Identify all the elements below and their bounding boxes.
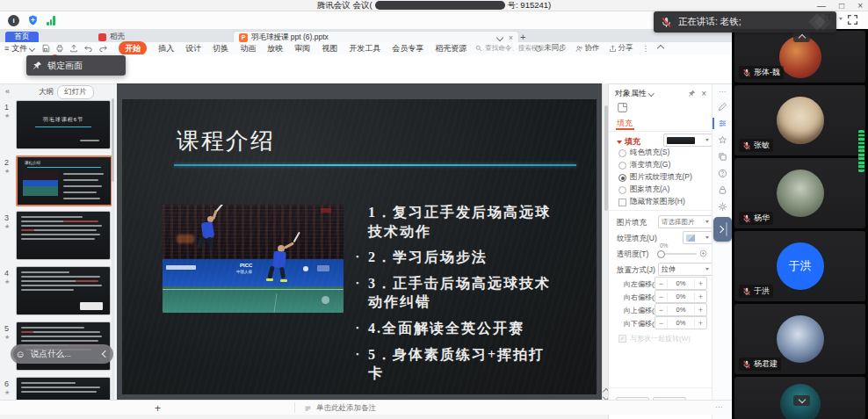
chat-quick-bar[interactable]: ☺ 说点什么...	[11, 344, 113, 364]
ribbon-tab-home[interactable]: 开始	[119, 41, 147, 55]
ribbon-tab-insert[interactable]: 插入	[158, 43, 174, 54]
emoji-smiley-icon[interactable]: ☺	[13, 347, 27, 361]
shape-icon[interactable]	[617, 102, 628, 113]
panel-collapse-tab[interactable]	[713, 217, 732, 242]
animation-star-icon: ★	[4, 389, 10, 396]
ribbon-tab-animation[interactable]: 动画	[240, 43, 256, 54]
strip-more-icon[interactable]: ⋯	[719, 88, 726, 96]
video-tile[interactable]: 于洪 于洪	[734, 231, 865, 301]
slider-handle[interactable]	[657, 250, 665, 258]
scroll-videos-down-button[interactable]	[793, 395, 810, 406]
properties-sliders-icon[interactable]	[718, 119, 727, 128]
help-icon[interactable]	[718, 169, 727, 178]
panel-title[interactable]: 对象属性	[615, 88, 654, 99]
pen-tool-icon[interactable]	[718, 102, 727, 112]
ribbon-tab-devtools[interactable]: 开发工具	[349, 43, 380, 54]
radio-picture-fill-selected[interactable]	[618, 174, 626, 182]
placement-dropdown[interactable]: 拉伸	[658, 263, 712, 276]
redo-icon[interactable]	[98, 44, 108, 53]
tab-menu-chevron-icon[interactable]	[495, 33, 503, 40]
radio-pattern-fill[interactable]	[618, 186, 626, 194]
slide-thumbnail-3[interactable]	[16, 211, 111, 260]
ribbon-tab-transition[interactable]: 切换	[213, 43, 228, 54]
ribbon-tab-docer-res[interactable]: 稻壳资源	[435, 43, 467, 54]
save-icon[interactable]	[41, 44, 50, 53]
photo-board-brand: PICC	[240, 263, 252, 269]
fill-preview-dropdown[interactable]	[663, 134, 712, 147]
slide-thumbnail-2-selected[interactable]: 课程介绍	[16, 155, 112, 206]
sync-icon	[534, 45, 542, 53]
video-tile[interactable]: 杨华	[734, 158, 865, 228]
collapse-sidebar-icon[interactable]: «	[5, 87, 10, 96]
photo-crowd	[163, 205, 344, 259]
offset-left-stepper[interactable]: −0%+	[655, 277, 707, 290]
slide-thumbnail-6[interactable]	[16, 377, 111, 401]
picture-fill-dropdown[interactable]: 请选择图片	[658, 215, 712, 228]
ribbon-tab-review[interactable]: 审阅	[294, 43, 310, 54]
video-tile[interactable]: 张敏	[734, 85, 865, 155]
offset-up-stepper[interactable]: −0%+	[655, 303, 707, 316]
star-resources-icon[interactable]	[718, 135, 727, 145]
radio-solid-fill[interactable]	[618, 149, 626, 157]
export-icon[interactable]	[69, 44, 78, 53]
meeting-info-icon[interactable]: i	[8, 15, 19, 26]
tab-slides[interactable]: 幻灯片	[57, 85, 94, 99]
radio-gradient-fill[interactable]	[618, 162, 626, 170]
minimize-button[interactable]: —	[817, 1, 826, 11]
participant-label: 杨华	[739, 212, 773, 225]
security-shield-icon[interactable]	[27, 14, 39, 26]
collapse-ribbon-icon[interactable]	[657, 45, 664, 52]
close-panel-icon[interactable]: ×	[701, 89, 706, 98]
layers-icon[interactable]	[718, 152, 727, 162]
lock-screen-tooltip[interactable]: 锁定画面	[26, 55, 126, 76]
texture-dropdown[interactable]	[683, 231, 712, 244]
bottom-more-icon[interactable]: ⋯	[715, 403, 722, 411]
plus-circle-icon[interactable]	[699, 249, 707, 257]
gear-icon[interactable]	[718, 202, 727, 212]
docer-logo-icon	[98, 33, 106, 41]
maximize-button[interactable]: □	[839, 1, 844, 11]
animation-star-icon: ★	[4, 168, 10, 175]
new-tab-button[interactable]: +	[520, 32, 525, 42]
ribbon-tab-design[interactable]: 设计	[185, 43, 201, 54]
sync-status[interactable]: 未同步	[534, 43, 567, 54]
collapse-videos-button[interactable]	[793, 32, 810, 42]
pin-icon[interactable]	[688, 90, 696, 98]
collapse-chat-bar-icon[interactable]	[102, 350, 109, 358]
participant-name: 形体-魏	[754, 67, 780, 78]
offset-down-stepper[interactable]: −0%+	[655, 316, 707, 329]
ribbon-tab-member[interactable]: 会员专享	[392, 43, 423, 54]
tab-home[interactable]: 首页	[5, 32, 39, 42]
notes-placeholder-area[interactable]: 单击此处添加备注	[304, 403, 376, 414]
more-menu-icon[interactable]: ⋮	[642, 44, 650, 53]
tab-outline[interactable]: 大纲	[39, 87, 54, 98]
slide-thumbnail-4[interactable]	[16, 266, 111, 315]
animation-star-icon: ★	[4, 334, 10, 341]
ribbon-tab-slideshow[interactable]: 放映	[267, 43, 283, 54]
ribbon-tab-view[interactable]: 视图	[322, 43, 337, 54]
collaborate-label: 协作	[585, 43, 600, 54]
checkbox-hide-background[interactable]	[618, 199, 626, 206]
tab-close-icon[interactable]: ×	[509, 33, 513, 42]
undo-icon[interactable]	[83, 44, 93, 53]
muted-mic-icon	[742, 69, 751, 77]
transparency-slider[interactable]	[660, 253, 697, 255]
offset-right-stepper[interactable]: −0%+	[655, 290, 707, 303]
share-button[interactable]: 分享	[609, 43, 633, 54]
slide-title: 课程介绍	[177, 126, 275, 156]
lock-icon[interactable]	[718, 185, 727, 195]
video-tile[interactable]: 杨君建	[734, 304, 865, 374]
collaborate-button[interactable]: 协作	[575, 43, 600, 54]
picture-fill-label: 图片填充	[617, 218, 647, 228]
close-button[interactable]: ×	[857, 1, 863, 11]
slide-thumbnail-1[interactable]: 羽毛球课程6节	[16, 100, 111, 149]
fullscreen-button[interactable]	[847, 13, 858, 29]
add-slide-plus-button[interactable]: +	[155, 402, 161, 415]
tab-home-label: 首页	[15, 32, 30, 42]
print-icon[interactable]	[55, 44, 64, 53]
redacted-meeting-name	[375, 1, 505, 10]
fill-section-header[interactable]: 填充	[617, 136, 640, 148]
slide[interactable]: 课程介绍 PICC 中国人保	[122, 99, 597, 394]
file-menu[interactable]: ≡ 文件	[4, 43, 34, 54]
network-signal-icon[interactable]	[47, 16, 55, 25]
